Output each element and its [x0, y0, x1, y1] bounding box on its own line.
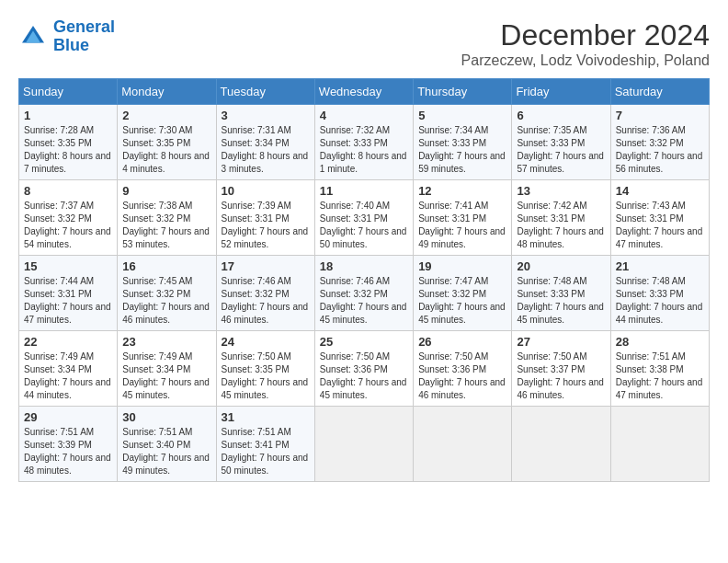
- page-header: General Blue December 2024 Parzeczew, Lo…: [18, 18, 710, 69]
- calendar-cell: 31 Sunrise: 7:51 AMSunset: 3:41 PMDaylig…: [216, 407, 314, 482]
- day-number: 8: [24, 184, 112, 198]
- day-info: Sunrise: 7:51 AMSunset: 3:41 PMDaylight:…: [222, 426, 310, 477]
- calendar-cell: 5 Sunrise: 7:34 AMSunset: 3:33 PMDayligh…: [414, 105, 512, 180]
- calendar-cell: 20 Sunrise: 7:48 AMSunset: 3:33 PMDaylig…: [512, 256, 610, 331]
- calendar-cell: 8 Sunrise: 7:37 AMSunset: 3:32 PMDayligh…: [19, 180, 118, 256]
- calendar-cell: 27 Sunrise: 7:50 AMSunset: 3:37 PMDaylig…: [512, 331, 610, 407]
- day-info: Sunrise: 7:31 AMSunset: 3:34 PMDaylight:…: [222, 124, 310, 176]
- day-number: 21: [616, 259, 704, 273]
- weekday-header-saturday: Saturday: [610, 79, 709, 105]
- day-number: 6: [517, 109, 605, 122]
- calendar-cell: 15 Sunrise: 7:44 AMSunset: 3:31 PMDaylig…: [19, 256, 118, 331]
- month-title: December 2024: [461, 18, 710, 52]
- logo: General Blue: [18, 18, 115, 55]
- weekday-header-thursday: Thursday: [414, 79, 512, 105]
- weekday-header-row: SundayMondayTuesdayWednesdayThursdayFrid…: [19, 79, 710, 105]
- calendar-cell: [610, 407, 709, 482]
- day-info: Sunrise: 7:32 AMSunset: 3:33 PMDaylight:…: [320, 124, 408, 176]
- calendar-table: SundayMondayTuesdayWednesdayThursdayFrid…: [18, 78, 710, 482]
- day-info: Sunrise: 7:48 AMSunset: 3:33 PMDaylight:…: [517, 275, 605, 327]
- day-info: Sunrise: 7:50 AMSunset: 3:37 PMDaylight:…: [517, 350, 605, 402]
- calendar-cell: 22 Sunrise: 7:49 AMSunset: 3:34 PMDaylig…: [19, 331, 118, 407]
- calendar-cell: 18 Sunrise: 7:46 AMSunset: 3:32 PMDaylig…: [314, 256, 413, 331]
- day-info: Sunrise: 7:35 AMSunset: 3:33 PMDaylight:…: [517, 124, 605, 176]
- day-number: 14: [616, 184, 704, 198]
- day-info: Sunrise: 7:50 AMSunset: 3:35 PMDaylight:…: [222, 350, 310, 402]
- calendar-body: 1 Sunrise: 7:28 AMSunset: 3:35 PMDayligh…: [19, 105, 710, 482]
- day-info: Sunrise: 7:43 AMSunset: 3:31 PMDaylight:…: [616, 200, 704, 251]
- day-info: Sunrise: 7:36 AMSunset: 3:32 PMDaylight:…: [616, 124, 704, 176]
- week-row-1: 1 Sunrise: 7:28 AMSunset: 3:35 PMDayligh…: [19, 105, 710, 180]
- day-number: 3: [222, 109, 310, 122]
- day-number: 2: [122, 109, 210, 122]
- day-info: Sunrise: 7:49 AMSunset: 3:34 PMDaylight:…: [122, 350, 210, 402]
- weekday-header-wednesday: Wednesday: [314, 79, 413, 105]
- day-number: 13: [517, 184, 605, 198]
- day-info: Sunrise: 7:30 AMSunset: 3:35 PMDaylight:…: [122, 124, 210, 176]
- day-number: 24: [222, 335, 310, 349]
- day-info: Sunrise: 7:47 AMSunset: 3:32 PMDaylight:…: [418, 275, 506, 327]
- day-info: Sunrise: 7:39 AMSunset: 3:31 PMDaylight:…: [222, 200, 310, 251]
- day-info: Sunrise: 7:37 AMSunset: 3:32 PMDaylight:…: [24, 200, 112, 251]
- calendar-cell: 30 Sunrise: 7:51 AMSunset: 3:40 PMDaylig…: [118, 407, 216, 482]
- day-number: 1: [24, 109, 112, 122]
- calendar-cell: 12 Sunrise: 7:41 AMSunset: 3:31 PMDaylig…: [414, 180, 512, 256]
- day-number: 12: [418, 184, 506, 198]
- day-info: Sunrise: 7:50 AMSunset: 3:36 PMDaylight:…: [418, 350, 506, 402]
- day-info: Sunrise: 7:34 AMSunset: 3:33 PMDaylight:…: [418, 124, 506, 176]
- day-number: 19: [418, 259, 506, 273]
- day-number: 15: [24, 259, 112, 273]
- day-number: 30: [122, 410, 210, 424]
- day-info: Sunrise: 7:45 AMSunset: 3:32 PMDaylight:…: [122, 275, 210, 327]
- calendar-cell: 9 Sunrise: 7:38 AMSunset: 3:32 PMDayligh…: [118, 180, 216, 256]
- day-info: Sunrise: 7:51 AMSunset: 3:38 PMDaylight:…: [616, 350, 704, 402]
- calendar-cell: 26 Sunrise: 7:50 AMSunset: 3:36 PMDaylig…: [414, 331, 512, 407]
- day-number: 16: [122, 259, 210, 273]
- weekday-header-friday: Friday: [512, 79, 610, 105]
- location-subtitle: Parzeczew, Lodz Voivodeship, Poland: [461, 52, 710, 69]
- day-info: Sunrise: 7:38 AMSunset: 3:32 PMDaylight:…: [122, 200, 210, 251]
- day-number: 22: [24, 335, 112, 349]
- calendar-cell: 28 Sunrise: 7:51 AMSunset: 3:38 PMDaylig…: [610, 331, 709, 407]
- day-number: 26: [418, 335, 506, 349]
- day-info: Sunrise: 7:44 AMSunset: 3:31 PMDaylight:…: [24, 275, 112, 327]
- day-number: 18: [320, 259, 408, 273]
- calendar-cell: 13 Sunrise: 7:42 AMSunset: 3:31 PMDaylig…: [512, 180, 610, 256]
- weekday-header-monday: Monday: [118, 79, 216, 105]
- day-info: Sunrise: 7:46 AMSunset: 3:32 PMDaylight:…: [222, 275, 310, 327]
- calendar-cell: 19 Sunrise: 7:47 AMSunset: 3:32 PMDaylig…: [414, 256, 512, 331]
- day-number: 11: [320, 184, 408, 198]
- week-row-5: 29 Sunrise: 7:51 AMSunset: 3:39 PMDaylig…: [19, 407, 710, 482]
- day-info: Sunrise: 7:42 AMSunset: 3:31 PMDaylight:…: [517, 200, 605, 251]
- day-number: 10: [222, 184, 310, 198]
- day-number: 17: [222, 259, 310, 273]
- day-number: 25: [320, 335, 408, 349]
- day-number: 23: [122, 335, 210, 349]
- day-number: 28: [616, 335, 704, 349]
- calendar-cell: 25 Sunrise: 7:50 AMSunset: 3:36 PMDaylig…: [314, 331, 413, 407]
- day-info: Sunrise: 7:46 AMSunset: 3:32 PMDaylight:…: [320, 275, 408, 327]
- day-number: 29: [24, 410, 112, 424]
- day-number: 4: [320, 109, 408, 122]
- day-info: Sunrise: 7:51 AMSunset: 3:40 PMDaylight:…: [122, 426, 210, 477]
- calendar-cell: 11 Sunrise: 7:40 AMSunset: 3:31 PMDaylig…: [314, 180, 413, 256]
- week-row-2: 8 Sunrise: 7:37 AMSunset: 3:32 PMDayligh…: [19, 180, 710, 256]
- week-row-4: 22 Sunrise: 7:49 AMSunset: 3:34 PMDaylig…: [19, 331, 710, 407]
- weekday-header-tuesday: Tuesday: [216, 79, 314, 105]
- day-info: Sunrise: 7:51 AMSunset: 3:39 PMDaylight:…: [24, 426, 112, 477]
- title-block: December 2024 Parzeczew, Lodz Voivodeshi…: [461, 18, 710, 69]
- day-number: 7: [616, 109, 704, 122]
- logo-text: General Blue: [53, 18, 115, 55]
- calendar-cell: 24 Sunrise: 7:50 AMSunset: 3:35 PMDaylig…: [216, 331, 314, 407]
- calendar-cell: 4 Sunrise: 7:32 AMSunset: 3:33 PMDayligh…: [314, 105, 413, 180]
- day-number: 5: [418, 109, 506, 122]
- calendar-cell: 23 Sunrise: 7:49 AMSunset: 3:34 PMDaylig…: [118, 331, 216, 407]
- calendar-cell: [314, 407, 413, 482]
- week-row-3: 15 Sunrise: 7:44 AMSunset: 3:31 PMDaylig…: [19, 256, 710, 331]
- calendar-cell: 2 Sunrise: 7:30 AMSunset: 3:35 PMDayligh…: [118, 105, 216, 180]
- calendar-cell: 6 Sunrise: 7:35 AMSunset: 3:33 PMDayligh…: [512, 105, 610, 180]
- day-number: 20: [517, 259, 605, 273]
- weekday-header-sunday: Sunday: [19, 79, 118, 105]
- calendar-cell: 14 Sunrise: 7:43 AMSunset: 3:31 PMDaylig…: [610, 180, 709, 256]
- day-number: 27: [517, 335, 605, 349]
